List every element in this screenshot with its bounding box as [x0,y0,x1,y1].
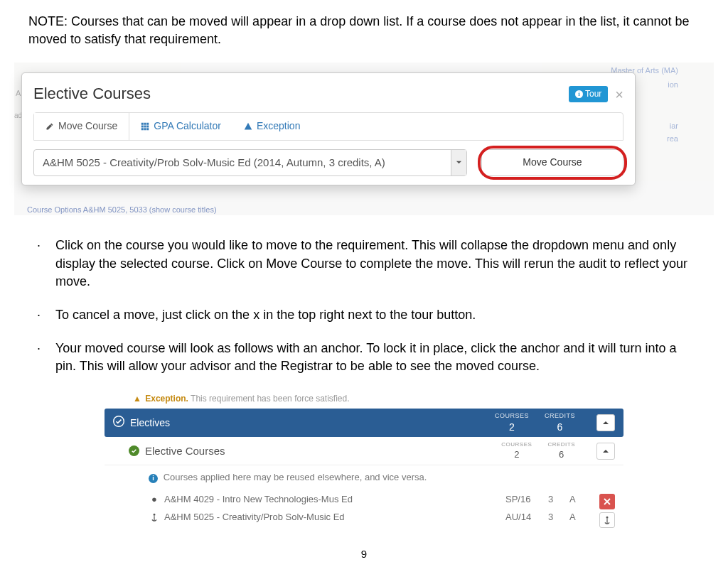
exception-text: This requirement has been force satisfie… [191,394,349,404]
chevron-up-icon [602,448,609,455]
course-term: AU/14 [505,511,548,524]
exception-label: Exception. [145,394,188,404]
note-text: NOTE: Courses that can be moved will app… [28,13,700,48]
elective-courses-modal: Elective Courses i Tour × Move Course GP… [21,72,636,185]
chevron-down-icon [451,150,466,175]
bg-letter-A: A [16,88,21,99]
anchor-icon [603,516,611,524]
info-icon: i [575,90,583,98]
electives-title: Electives [130,416,170,431]
course-grade: A [569,511,591,524]
bg-text-ion: ion [668,80,678,90]
x-icon [604,498,611,505]
sub-title: Elective Courses [145,443,225,458]
stat-label-credits: CREDITS [545,411,575,421]
stat-credits: 6 [547,448,575,461]
instruction-item: Your moved course will look as follows w… [53,340,700,375]
remove-button[interactable] [599,494,615,509]
tab-exception-label: Exception [257,119,300,134]
tab-exception[interactable]: Exception [232,113,311,140]
tab-gpa-label: GPA Calculator [154,119,221,134]
screenshot-audit-area: ▲ Exception. This requirement has been f… [105,393,623,529]
move-course-button[interactable]: Move Course [481,149,623,176]
reuse-info: i Courses applied here may be reused els… [105,465,623,491]
tab-move-label: Move Course [58,119,117,134]
warning-icon [244,122,252,131]
tour-button[interactable]: i Tour [569,86,608,102]
collapse-button[interactable] [596,443,615,460]
course-credits: 3 [548,493,569,506]
course-row: A&HM 5025 - Creativity/Prob Solv-Music E… [105,509,599,526]
reuse-info-text: Courses applied here may be reused elsew… [164,472,427,482]
bg-text-iar: iar [670,121,678,131]
course-credits: 3 [548,511,569,524]
instruction-list: Click on the course you would like to mo… [28,237,700,375]
elective-courses-subheader: Elective Courses COURSES2 CREDITS6 [105,437,623,465]
tab-move-course[interactable]: Move Course [34,113,129,140]
stat-label-courses: COURSES [501,441,532,448]
collapse-button[interactable] [596,414,615,431]
instruction-item: Click on the course you would like to mo… [53,237,700,291]
sub-stats: COURSES2 CREDITS6 [501,441,575,461]
close-icon[interactable]: × [615,87,623,102]
bg-text-rea: rea [667,134,678,144]
bullet-icon: ● [149,493,160,506]
chevron-up-icon [602,419,609,426]
tour-label: Tour [585,88,601,100]
stat-courses: 2 [495,421,529,435]
stat-label-credits: CREDITS [547,441,575,448]
course-grade: A [569,493,591,506]
stat-label-courses: COURSES [495,411,529,421]
tab-gpa-calculator[interactable]: GPA Calculator [129,113,232,140]
stat-credits: 6 [545,421,575,435]
warning-icon: ▲ [133,394,141,404]
course-name: A&HM 5025 - Creativity/Prob Solv-Music E… [164,511,505,524]
tab-row: Move Course GPA Calculator Exception [33,112,623,141]
check-circle-icon [113,416,124,431]
pencil-icon [46,122,54,131]
grid-icon [141,122,149,131]
course-row: ● A&HM 4029 - Intro New Technologies-Mus… [105,491,599,508]
stat-courses: 2 [501,448,532,461]
screenshot-modal-area: Master of Arts (MA) ion iar rea A ad Ele… [14,63,714,215]
anchor-icon [149,513,160,522]
check-circle-icon [129,445,139,456]
info-icon: i [149,474,158,483]
modal-title: Elective Courses [33,83,151,105]
move-course-label: Move Course [523,156,582,170]
exception-line: ▲ Exception. This requirement has been f… [105,393,623,405]
anchor-button[interactable] [599,512,615,528]
course-term: SP/16 [505,493,548,506]
course-name: A&HM 4029 - Intro New Technologies-Mus E… [164,493,505,506]
page-number: 9 [28,546,700,561]
instruction-item: To cancel a move, just click on the x in… [53,306,700,324]
course-dropdown[interactable]: A&HM 5025 - Creativity/Prob Solv-Music E… [33,149,467,176]
dropdown-value: A&HM 5025 - Creativity/Prob Solv-Music E… [34,155,451,170]
electives-header: Electives COURSES2 CREDITS6 [105,409,623,437]
bg-course-options: Course Options A&HM 5025, 5033 (show cou… [27,205,217,215]
header-stats: COURSES2 CREDITS6 [495,411,575,434]
